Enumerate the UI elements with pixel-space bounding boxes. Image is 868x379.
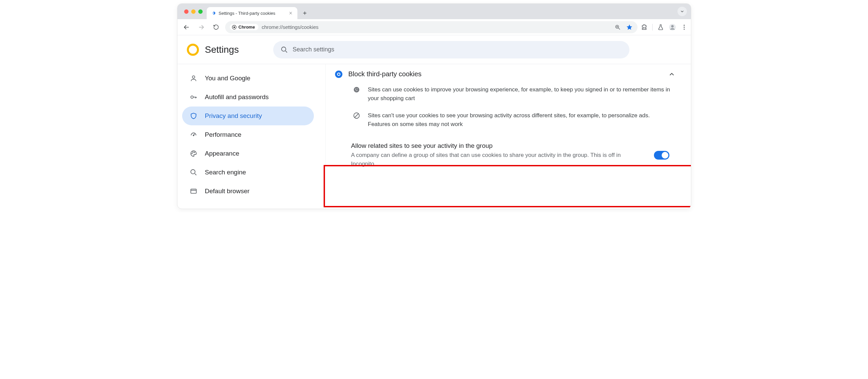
sidebar-item-appearance[interactable]: Appearance [182,144,314,163]
svg-point-7 [233,26,235,28]
profile-avatar-icon[interactable] [669,24,676,31]
brand: Settings [187,44,239,56]
tab-strip: Settings - Third-party cookies [178,4,691,19]
search-icon [189,168,197,177]
related-sites-toggle[interactable] [654,151,670,160]
sidebar-item-label: Autofill and passwords [205,93,269,101]
svg-point-25 [193,135,194,136]
svg-point-15 [683,27,684,28]
tab-title: Settings - Third-party cookies [219,11,285,16]
info-block-allow: Sites can use cookies to improve your br… [332,84,684,110]
bookmark-star-icon[interactable] [626,24,633,31]
browser-tab[interactable]: Settings - Third-party cookies [207,7,298,19]
tab-list-button[interactable] [678,7,687,16]
chevron-up-icon [668,70,676,78]
radio-selected-icon [335,70,342,78]
shield-icon [189,112,197,120]
sidebar-item-performance[interactable]: Performance [182,125,314,144]
svg-point-14 [683,25,684,26]
site-chip: Chrome [230,24,258,30]
toggle-title: Allow related sites to see your activity… [351,142,648,150]
maximize-window-button[interactable] [198,9,203,14]
info-text: Sites can't use your cookies to see your… [368,111,671,129]
zoom-icon[interactable] [615,24,621,30]
sidebar-item-label: Privacy and security [205,112,262,120]
url-text: chrome://settings/cookies [262,24,318,30]
browser-window: Settings - Third-party cookies C [177,3,691,209]
window-controls [182,4,207,19]
extensions-icon[interactable] [641,24,648,31]
sidebar-item-you-and-google[interactable]: You and Google [182,69,314,88]
close-window-button[interactable] [184,9,188,14]
block-circle-icon [351,111,362,129]
divider [652,24,653,31]
svg-line-18 [285,51,287,53]
speedometer-icon [189,131,197,139]
svg-point-17 [281,47,286,51]
search-icon [281,46,288,54]
info-block-deny: Sites can't use your cookies to see your… [332,110,684,136]
page-title: Settings [205,44,239,55]
new-tab-button[interactable] [300,8,310,18]
menu-dots-icon[interactable] [681,24,687,31]
sidebar-item-label: Appearance [205,150,239,157]
browser-frame-icon [189,187,197,195]
person-icon [189,74,197,82]
sidebar-item-label: You and Google [205,74,251,82]
omnibox[interactable]: Chrome chrome://settings/cookies [225,21,638,33]
svg-point-16 [683,29,684,30]
svg-line-30 [194,174,196,176]
svg-line-9 [618,28,620,30]
settings-header: Settings Search settings [178,35,691,64]
svg-point-33 [353,87,359,93]
svg-point-19 [192,76,194,78]
svg-point-13 [671,25,674,27]
reload-button[interactable] [210,22,222,33]
svg-line-39 [354,114,358,117]
toolbar-right [641,24,687,31]
toggle-description: A company can define a group of sites th… [351,151,627,168]
main-panel: Block third-party cookies Sites can use … [318,64,691,209]
palette-icon [189,150,197,158]
svg-point-28 [194,152,194,153]
tab-strip-right [674,4,691,19]
svg-point-20 [190,96,193,98]
cookie-option-block-third-party[interactable]: Block third-party cookies [332,64,684,84]
sidebar-item-label: Default browser [205,188,250,195]
content-area: You and Google Autofill and passwords Pr… [178,64,691,209]
svg-point-35 [356,88,357,89]
svg-rect-31 [190,189,196,193]
sidebar-item-label: Performance [205,131,242,138]
back-button[interactable] [181,22,192,33]
option-label: Block third-party cookies [348,70,662,78]
chrome-logo-icon [187,44,199,56]
minimize-window-button[interactable] [191,9,195,14]
search-placeholder: Search settings [293,46,334,53]
svg-point-36 [355,90,356,91]
related-sites-toggle-row: Allow related sites to see your activity… [332,135,684,173]
labs-flask-icon[interactable] [657,24,664,31]
svg-point-37 [357,90,358,91]
forward-button[interactable] [195,22,207,33]
svg-point-26 [191,153,192,154]
sidebar-item-search-engine[interactable]: Search engine [182,163,314,182]
key-icon [189,93,197,101]
sidebar-item-autofill[interactable]: Autofill and passwords [182,88,314,106]
cookie-icon [351,85,362,103]
toolbar: Chrome chrome://settings/cookies [178,19,691,35]
sidebar: You and Google Autofill and passwords Pr… [178,64,318,209]
svg-point-34 [355,89,356,90]
close-tab-button[interactable] [288,10,293,16]
info-text: Sites can use cookies to improve your br… [368,85,671,103]
gear-icon [211,10,216,16]
svg-point-27 [192,152,193,153]
settings-search-input[interactable]: Search settings [273,41,629,59]
svg-point-29 [190,170,195,174]
sidebar-item-label: Search engine [205,169,246,176]
site-chip-label: Chrome [239,25,255,30]
sidebar-item-default-browser[interactable]: Default browser [182,182,314,200]
sidebar-item-privacy-security[interactable]: Privacy and security [182,106,314,125]
